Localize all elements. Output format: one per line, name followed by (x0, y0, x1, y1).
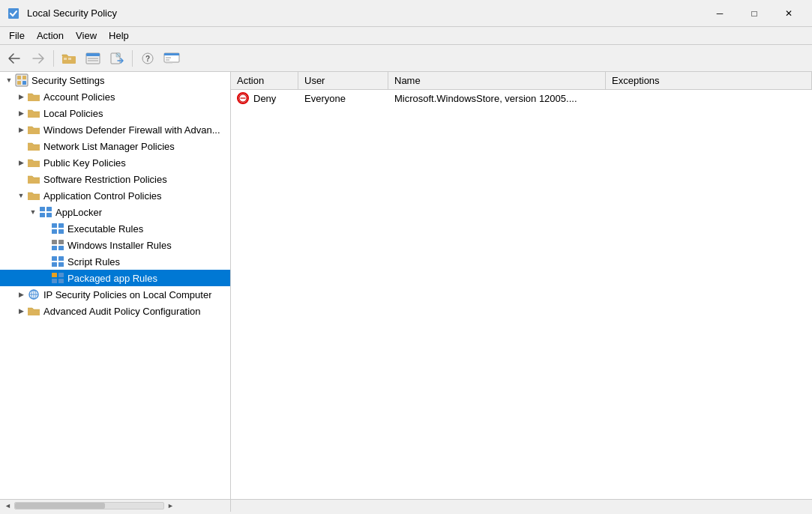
maximize-button[interactable]: □ (737, 2, 772, 25)
svg-rect-18 (22, 76, 26, 79)
tree-node-software-restriction[interactable]: Software Restriction Policies (0, 171, 230, 187)
tree-node-script-rules[interactable]: Script Rules (0, 253, 230, 270)
list-view-button[interactable] (82, 48, 104, 69)
svg-rect-27 (52, 229, 57, 234)
folder-icon (27, 139, 40, 153)
minimize-button[interactable]: ─ (703, 2, 737, 25)
tree-h-scroll[interactable]: ◄ ► (0, 500, 231, 512)
tree-label-windows-defender: Windows Defender Firewall with Advan... (43, 124, 220, 136)
tree-node-executable-rules[interactable]: Executable Rules (0, 220, 230, 237)
h-scroll-thumb (15, 503, 105, 509)
folder-icon (27, 304, 40, 318)
menu-bar: File Action View Help (0, 27, 812, 45)
svg-rect-22 (46, 207, 52, 211)
status-bar (231, 500, 812, 512)
tree-label-software-restriction: Software Restriction Policies (43, 174, 167, 185)
app-icon (6, 6, 21, 21)
svg-rect-26 (58, 223, 64, 228)
tree-label-ip-security: IP Security Policies on Local Computer (43, 289, 211, 300)
h-scroll-track[interactable] (14, 502, 164, 510)
svg-rect-36 (58, 262, 64, 267)
svg-rect-20 (22, 81, 26, 85)
tree-expand-public-key[interactable]: ▶ (15, 159, 27, 166)
tree-label-public-key: Public Key Policies (43, 157, 126, 169)
tree-expand-security-settings[interactable]: ▼ (3, 76, 15, 84)
tree-expand-ip-security[interactable]: ▶ (15, 291, 27, 298)
svg-rect-31 (52, 246, 57, 250)
tree-view: ▼ Security Settings▶ Account Policies▶ L… (0, 72, 230, 319)
col-name[interactable]: Name (388, 72, 606, 89)
tree-node-advanced-audit[interactable]: ▶ Advanced Audit Policy Configuration (0, 303, 230, 319)
tree-label-local-policies: Local Policies (43, 108, 103, 119)
svg-rect-39 (52, 279, 57, 283)
col-exceptions[interactable]: Exceptions (606, 72, 812, 89)
menu-file[interactable]: File (3, 28, 31, 43)
tree-label-security-settings: Security Settings (31, 75, 105, 86)
svg-rect-38 (58, 273, 64, 277)
tree-node-ip-security[interactable]: ▶ IP Security Policies on Local Computer (0, 286, 230, 303)
folder-view-button[interactable] (58, 48, 80, 69)
scroll-left-arrow[interactable]: ◄ (4, 502, 11, 510)
menu-action[interactable]: Action (31, 28, 70, 43)
svg-rect-3 (68, 58, 71, 60)
tree-label-script-rules: Script Rules (67, 256, 120, 267)
tree-label-executable-rules: Executable Rules (67, 223, 143, 235)
tree-node-local-policies[interactable]: ▶ Local Policies (0, 105, 230, 121)
tree-node-security-settings[interactable]: ▼ Security Settings (0, 72, 230, 88)
toolbar-sep-2 (132, 50, 133, 67)
console-button[interactable] (160, 48, 183, 69)
tree-node-app-control[interactable]: ▼ Application Control Policies (0, 187, 230, 204)
help-button[interactable]: ? (136, 48, 159, 69)
toolbar-sep-1 (53, 50, 54, 67)
tree-expand-account-policies[interactable]: ▶ (15, 93, 27, 100)
svg-rect-34 (58, 256, 64, 261)
svg-rect-19 (17, 81, 21, 85)
tree-node-account-policies[interactable]: ▶ Account Policies (0, 88, 230, 105)
tree-panel[interactable]: ▼ Security Settings▶ Account Policies▶ L… (0, 72, 231, 499)
svg-text:?: ? (145, 55, 150, 63)
tree-node-packaged-app-rules[interactable]: Packaged app Rules (0, 270, 230, 286)
svg-rect-21 (40, 207, 45, 211)
list-cell-exceptions (606, 97, 812, 99)
main-container: ▼ Security Settings▶ Account Policies▶ L… (0, 72, 812, 499)
tree-expand-windows-defender[interactable]: ▶ (15, 126, 27, 133)
grid-icon (39, 205, 52, 219)
window-title: Local Security Policy (27, 7, 703, 19)
tree-expand-advanced-audit[interactable]: ▶ (15, 307, 27, 315)
tree-expand-applocker[interactable]: ▼ (27, 208, 39, 216)
tree-label-windows-installer-rules: Windows Installer Rules (67, 240, 172, 251)
svg-rect-40 (58, 279, 64, 283)
back-button[interactable] (3, 48, 25, 69)
col-action[interactable]: Action (231, 72, 298, 89)
shield-icon (15, 73, 28, 87)
tree-expand-app-control[interactable]: ▼ (15, 192, 27, 199)
folder-icon (27, 156, 40, 169)
svg-rect-35 (52, 262, 57, 267)
svg-rect-5 (86, 53, 100, 56)
tree-expand-local-policies[interactable]: ▶ (15, 109, 27, 117)
tree-node-windows-defender[interactable]: ▶ Windows Defender Firewall with Advan..… (0, 121, 230, 138)
col-user[interactable]: User (298, 72, 388, 89)
tree-node-windows-installer-rules[interactable]: Windows Installer Rules (0, 237, 230, 253)
tree-node-applocker[interactable]: ▼ AppLocker (0, 204, 230, 220)
svg-rect-24 (46, 213, 52, 217)
close-button[interactable]: ✕ (772, 2, 806, 25)
svg-rect-33 (52, 256, 57, 261)
grid-small-icon (51, 222, 64, 235)
svg-rect-29 (52, 240, 57, 244)
list-cell-name: Microsoft.WindowsStore, version 12005...… (388, 92, 606, 105)
tree-node-network-list[interactable]: Network List Manager Policies (0, 138, 230, 154)
export-button[interactable] (106, 48, 128, 69)
menu-view[interactable]: View (70, 28, 103, 43)
svg-rect-37 (52, 273, 57, 277)
scroll-right-arrow[interactable]: ► (167, 502, 174, 510)
svg-rect-30 (58, 240, 64, 244)
tree-label-account-policies: Account Policies (43, 91, 115, 103)
menu-help[interactable]: Help (103, 28, 135, 43)
forward-button[interactable] (27, 48, 49, 69)
list-body: DenyEveryoneMicrosoft.WindowsStore, vers… (231, 90, 812, 499)
svg-rect-2 (64, 58, 67, 60)
tree-node-public-key[interactable]: ▶ Public Key Policies (0, 154, 230, 171)
grid-small2-icon (51, 238, 64, 252)
list-row[interactable]: DenyEveryoneMicrosoft.WindowsStore, vers… (231, 90, 812, 106)
